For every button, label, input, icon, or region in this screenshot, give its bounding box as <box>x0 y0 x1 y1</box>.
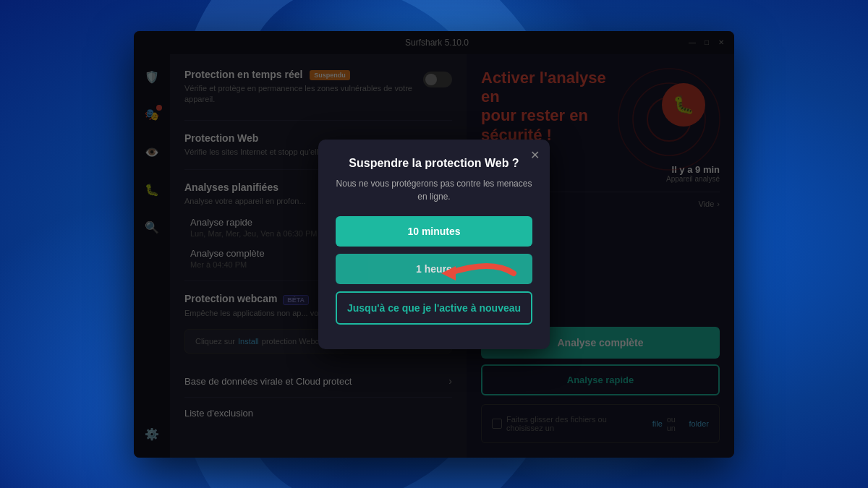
modal-description: Nous ne vous protégerons pas contre les … <box>336 177 532 203</box>
modal-title: Suspendre la protection Web ? <box>336 157 532 170</box>
modal-close-button[interactable]: ✕ <box>530 148 540 162</box>
arrow-svg <box>434 252 521 295</box>
modal-dialog: ✕ Suspendre la protection Web ? Nous ne … <box>318 140 550 349</box>
btn-10-minutes[interactable]: 10 minutes <box>336 216 532 247</box>
modal-overlay: ✕ Suspendre la protection Web ? Nous ne … <box>134 31 734 458</box>
app-window: Surfshark 5.10.0 — □ ✕ 🛡️ 🎭 👁️ 🐛 🔍 ⚙️ <box>134 31 734 458</box>
svg-marker-6 <box>441 266 456 281</box>
arrow-annotation <box>434 252 521 298</box>
